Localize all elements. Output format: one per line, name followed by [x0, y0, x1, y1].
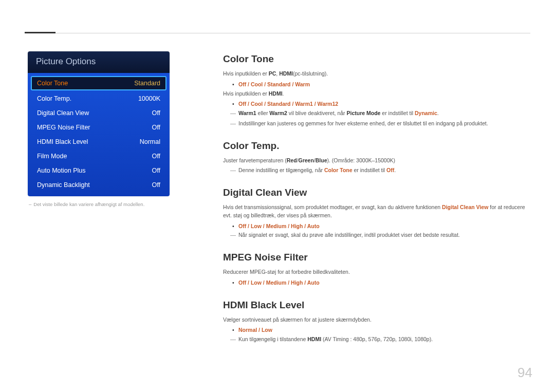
dash-note: Kun tilgængelig i tilstandene HDMI (AV T…	[223, 335, 530, 344]
row-label: Color Temp.	[37, 95, 71, 102]
row-value: Normal	[140, 138, 160, 145]
bullet-item: Normal / Low	[223, 326, 530, 334]
section-digital-clean-view: Digital Clean View Hvis det transmission…	[223, 187, 530, 239]
text-line: Hvis inputkilden er HDMI.	[223, 90, 530, 98]
bullet-item: Off / Cool / Standard / Warm1 / Warm12	[223, 100, 530, 108]
bullet-item: Off / Cool / Standard / Warm	[223, 80, 530, 89]
section-mpeg-noise-filter: MPEG Noise Filter Reducerer MPEG-støj fo…	[223, 252, 530, 287]
row-value: 10000K	[138, 95, 160, 102]
row-label: Dynamic Backlight	[37, 181, 90, 189]
dash-note: Når signalet er svagt, skal du prøve all…	[223, 231, 530, 239]
section-title: MPEG Noise Filter	[223, 252, 530, 263]
page-content: Picture Options Color Tone Standard Colo…	[28, 51, 530, 382]
row-value: Off	[152, 181, 160, 189]
row-label: Color Tone	[37, 80, 68, 87]
menu-row-color-temp[interactable]: Color Temp. 10000K	[31, 91, 166, 106]
row-value: Standard	[134, 80, 160, 87]
menu-row-auto-motion-plus[interactable]: Auto Motion Plus Off	[31, 163, 166, 178]
section-title: HDMI Black Level	[223, 300, 530, 311]
text-line: Hvis inputkilden er PC, HDMI(pc-tilslutn…	[223, 70, 530, 78]
menu-row-film-mode[interactable]: Film Mode Off	[31, 149, 166, 163]
text-line: Hvis det transmissionssignal, som produk…	[223, 203, 530, 220]
page-number: 94	[517, 365, 532, 381]
right-column: Color Tone Hvis inputkilden er PC, HDMI(…	[223, 51, 530, 382]
dash-note: Denne indstilling er tilgængelig, når Co…	[223, 166, 530, 175]
menu-row-color-tone[interactable]: Color Tone Standard	[31, 76, 166, 90]
bullet-item: Off / Low / Medium / High / Auto	[223, 222, 530, 231]
dash-note: Warm1 eller Warm2 vil blive deaktiveret,…	[223, 109, 530, 118]
left-column: Picture Options Color Tone Standard Colo…	[28, 51, 170, 382]
section-title: Color Tone	[223, 53, 530, 65]
section-color-tone: Color Tone Hvis inputkilden er PC, HDMI(…	[223, 53, 530, 128]
panel-title: Picture Options	[28, 51, 170, 73]
menu-row-hdmi-black-level[interactable]: HDMI Black Level Normal	[31, 135, 166, 149]
text-line: Juster farvetemperaturen (Red/Green/Blue…	[223, 157, 530, 165]
row-label: Digital Clean View	[37, 109, 89, 117]
row-label: MPEG Noise Filter	[37, 124, 90, 131]
row-label: Film Mode	[37, 153, 67, 160]
section-hdmi-black-level: HDMI Black Level Vælger sortniveauet på …	[223, 300, 530, 344]
panel-body: Color Tone Standard Color Temp. 10000K D…	[28, 73, 170, 196]
row-value: Off	[152, 153, 160, 160]
header-accent	[25, 32, 55, 33]
dash-note: Indstillinger kan justeres og gemmes for…	[223, 120, 530, 128]
menu-row-mpeg-noise-filter[interactable]: MPEG Noise Filter Off	[31, 120, 166, 135]
text-line: Reducerer MPEG-støj for at forbedre bill…	[223, 268, 530, 276]
text-line: Vælger sortniveauet på skærmen for at ju…	[223, 316, 530, 324]
menu-row-digital-clean-view[interactable]: Digital Clean View Off	[31, 106, 166, 120]
row-label: HDMI Black Level	[37, 138, 88, 145]
menu-row-dynamic-backlight[interactable]: Dynamic Backlight Off	[31, 178, 166, 192]
panel-caption: Det viste billede kan variere afhængigt …	[28, 201, 170, 207]
row-label: Auto Motion Plus	[37, 167, 86, 174]
row-value: Off	[152, 167, 160, 174]
row-value: Off	[152, 109, 160, 117]
picture-options-panel: Picture Options Color Tone Standard Colo…	[28, 51, 170, 196]
section-title: Digital Clean View	[223, 187, 530, 198]
header-divider	[25, 33, 530, 33]
section-color-temp: Color Temp. Juster farvetemperaturen (Re…	[223, 140, 530, 175]
row-value: Off	[152, 124, 160, 131]
section-title: Color Temp.	[223, 140, 530, 152]
bullet-item: Off / Low / Medium / High / Auto	[223, 278, 530, 287]
